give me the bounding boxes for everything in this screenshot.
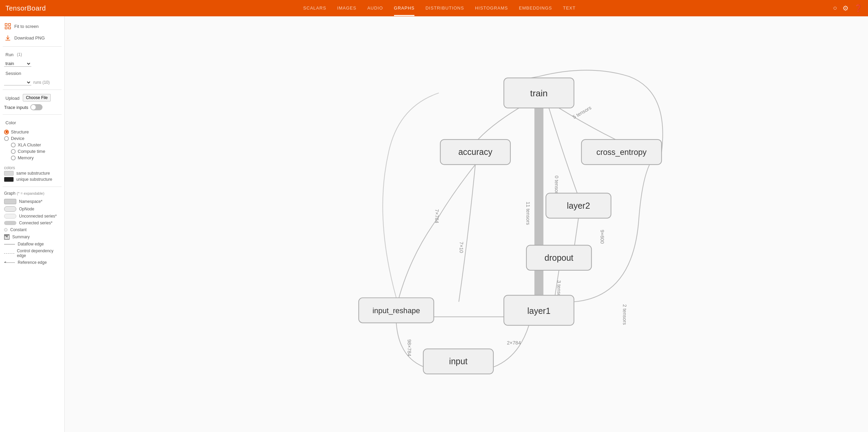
run-count: (1) — [17, 52, 22, 57]
run-label: Run — [4, 51, 15, 58]
radio-memory[interactable] — [11, 156, 16, 160]
nav-distributions[interactable]: DISTRIBUTIONS — [425, 5, 464, 11]
namespace-label: Namespace* — [19, 199, 43, 204]
legend-unconnected: Unconnected series* — [4, 213, 60, 220]
nav-scalars[interactable]: SCALARS — [303, 5, 326, 11]
fit-to-screen-button[interactable]: Fit to screen — [3, 20, 62, 32]
color-xla-label: XLA Cluster — [18, 142, 41, 147]
ref-shape — [4, 262, 15, 263]
svg-rect-2 — [5, 27, 7, 29]
download-png-button[interactable]: Download PNG — [3, 32, 62, 44]
unique-substructure-label: unique substructure — [16, 177, 52, 182]
nav-graphs[interactable]: GRAPHS — [394, 5, 415, 11]
color-memory-label: Memory — [18, 155, 34, 160]
sidebar: Fit to screen Download PNG Run (1) train — [0, 16, 65, 432]
namespace-shape — [4, 199, 16, 204]
node-input-reshape-label: input_reshape — [373, 306, 420, 315]
trace-inputs-toggle[interactable] — [30, 104, 43, 110]
same-substructure-row: same substructure — [4, 170, 60, 176]
nav-histograms[interactable]: HISTOGRAMS — [475, 5, 508, 11]
graph-legend: Graph (* = expandable) Namespace* OpNode… — [3, 190, 62, 267]
radio-structure[interactable] — [4, 130, 9, 134]
download-png-label: Download PNG — [14, 35, 45, 41]
divider-3 — [3, 114, 62, 115]
node-cross-entropy[interactable]: cross_entropy — [582, 140, 661, 165]
session-select[interactable] — [4, 79, 31, 85]
radio-xla[interactable] — [11, 143, 16, 147]
nav-embeddings[interactable]: EMBEDDINGS — [519, 5, 552, 11]
svg-rect-1 — [9, 23, 11, 26]
opnode-shape — [4, 206, 16, 212]
color-compute-label: Compute time — [18, 149, 45, 154]
edge-label-9x600: 9×600 — [600, 230, 605, 244]
graph-area[interactable]: 5 tensors 0 tensors 11 tensors 3 tensors… — [65, 16, 868, 432]
run-select[interactable]: train — [4, 61, 31, 67]
top-navigation: TensorBoard SCALARS IMAGES AUDIO GRAPHS … — [0, 0, 868, 16]
unconnected-label: Unconnected series* — [19, 214, 57, 219]
control-label: Control dependency edge — [17, 249, 60, 258]
choose-file-button[interactable]: Choose File — [23, 94, 51, 101]
radio-compute[interactable] — [11, 149, 16, 154]
edge-label-2x784: 2×784 — [507, 340, 521, 346]
graph-title: Graph — [4, 191, 15, 196]
control-shape — [4, 253, 14, 254]
summary-bar2 — [6, 237, 7, 239]
search-icon[interactable]: ○ — [833, 4, 837, 12]
color-memory[interactable]: Memory — [4, 155, 60, 161]
constant-label: Constant — [10, 227, 27, 232]
color-compute[interactable]: Compute time — [4, 148, 60, 155]
radio-device[interactable] — [4, 136, 9, 141]
node-train[interactable]: train — [504, 78, 574, 108]
nav-text[interactable]: TEXT — [563, 5, 575, 11]
expandable-note: (* = expandable) — [17, 191, 44, 195]
node-input-label: input — [449, 356, 468, 366]
node-input[interactable]: input — [423, 349, 493, 374]
legend-dataflow: Dataflow edge — [4, 241, 60, 247]
brand-logo: TensorBoard — [5, 4, 46, 12]
edge-label-2tensors: 2 tensors — [622, 304, 627, 325]
color-structure[interactable]: Structure — [4, 129, 60, 135]
graph-legend-title-row: Graph (* = expandable) — [4, 191, 60, 198]
nav-icon-group: ○ ⚙ ❓ — [833, 4, 863, 12]
node-dropout[interactable]: dropout — [526, 245, 591, 270]
node-dropout-label: dropout — [544, 253, 573, 262]
node-accuracy[interactable]: accuracy — [440, 140, 510, 165]
node-layer2[interactable]: layer2 — [546, 193, 611, 218]
upload-label: Upload — [4, 94, 21, 101]
edge-label-98x784: 98×784 — [407, 339, 412, 356]
run-select-row: train — [3, 59, 62, 68]
node-input-reshape[interactable]: input_reshape — [359, 298, 434, 323]
fit-to-screen-label: Fit to screen — [14, 24, 39, 29]
color-device-label: Device — [11, 136, 24, 141]
summary-shape — [4, 234, 10, 240]
same-substructure-label: same substructure — [16, 171, 50, 176]
session-label: Session — [4, 69, 22, 77]
node-layer1[interactable]: layer1 — [504, 295, 574, 325]
download-icon — [4, 34, 12, 42]
nav-items: SCALARS IMAGES AUDIO GRAPHS DISTRIBUTION… — [60, 5, 819, 11]
color-xla[interactable]: XLA Cluster — [4, 142, 60, 148]
divider-2 — [3, 90, 62, 90]
node-cross-entropy-label: cross_entropy — [596, 148, 647, 157]
fit-screen-icon — [4, 22, 12, 30]
upload-row: Upload Choose File — [3, 93, 62, 103]
nav-audio[interactable]: AUDIO — [367, 5, 383, 11]
help-icon[interactable]: ❓ — [854, 4, 863, 12]
session-runs-label: runs (10) — [33, 80, 50, 85]
nav-images[interactable]: IMAGES — [337, 5, 357, 11]
settings-icon[interactable]: ⚙ — [842, 4, 849, 12]
color-structure-label: Structure — [11, 129, 29, 134]
color-device[interactable]: Device — [4, 135, 60, 142]
svg-rect-0 — [5, 23, 7, 26]
colors-title: colors — [4, 165, 15, 170]
session-runs-row: runs (10) — [3, 78, 62, 87]
legend-connected: Connected series* — [4, 220, 60, 226]
summary-bar3 — [8, 236, 9, 239]
svg-rect-3 — [9, 27, 11, 29]
constant-shape — [4, 228, 7, 231]
graph-svg: 5 tensors 0 tensors 11 tensors 3 tensors… — [65, 16, 868, 432]
trace-inputs-label: Trace inputs — [4, 105, 28, 110]
legend-opnode: OpNode — [4, 205, 60, 213]
run-row: Run (1) — [3, 49, 62, 59]
opnode-label: OpNode — [19, 207, 34, 211]
